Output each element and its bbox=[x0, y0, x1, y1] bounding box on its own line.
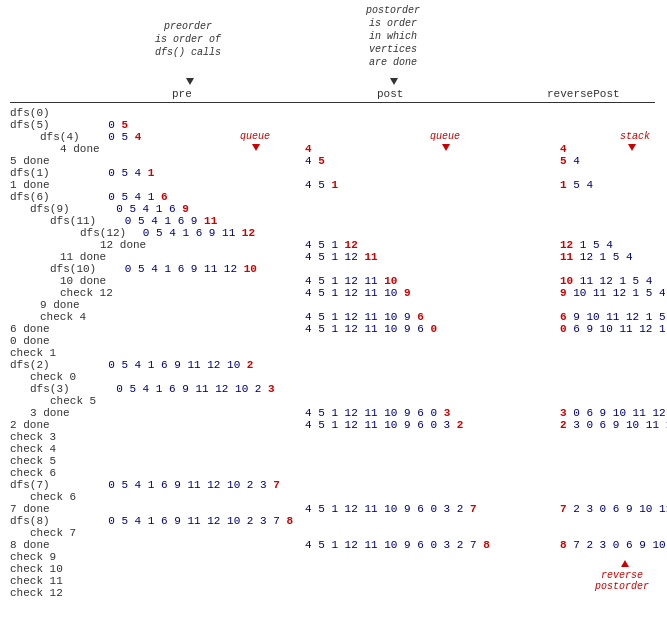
row-check5a: check 5 bbox=[10, 395, 96, 407]
row-check4a: check 4 4 5 1 12 11 10 9 6 6 9 10 11 12 … bbox=[10, 311, 86, 323]
row-12done: 12 done 4 5 1 12 12 1 5 4 bbox=[10, 239, 146, 251]
queue-note-1: queue bbox=[240, 131, 270, 142]
row-7done: 7 done 4 5 1 12 11 10 9 6 0 3 2 7 7 2 3 … bbox=[10, 503, 50, 515]
row-dfs6: dfs(6) 0 5 4 1 6 bbox=[10, 191, 168, 203]
row-dfs7: dfs(7) 0 5 4 1 6 9 11 12 10 2 3 7 bbox=[10, 479, 280, 491]
row-check1: check 1 bbox=[10, 347, 56, 359]
row-0done: 0 done bbox=[10, 335, 50, 347]
row-check10: check 10 bbox=[10, 563, 63, 575]
postorder-annotation: postorderis orderin whichverticesare don… bbox=[348, 4, 438, 69]
row-dfs1: dfs(1) 0 5 4 1 bbox=[10, 167, 154, 179]
row-check6: check 6 bbox=[10, 467, 56, 479]
row-check11: check 11 bbox=[10, 575, 63, 587]
row-11done: 11 done 4 5 1 12 11 11 12 1 5 4 bbox=[10, 251, 106, 263]
post-header: post bbox=[377, 88, 403, 100]
row-dfs9: dfs(9) 0 5 4 1 6 9 bbox=[10, 203, 189, 215]
reversepost-header: reversePost bbox=[547, 88, 620, 100]
row-8done: 8 done 4 5 1 12 11 10 9 6 0 3 2 7 8 8 7 … bbox=[10, 539, 50, 551]
row-check6b: check 6 bbox=[10, 491, 76, 503]
row-10done: 10 done 4 5 1 12 11 10 10 11 12 1 5 4 bbox=[10, 275, 106, 287]
row-dfs10: dfs(10) 0 5 4 1 6 9 11 12 10 bbox=[10, 263, 257, 275]
row-check3: check 3 bbox=[10, 431, 56, 443]
queue-note-post: queue bbox=[430, 131, 460, 142]
row-5done: 5 done 4 5 5 4 bbox=[10, 155, 50, 167]
row-check0: check 0 bbox=[10, 371, 76, 383]
preorder-annotation: preorderis order ofdfs() calls bbox=[148, 20, 228, 59]
row-check7: check 7 bbox=[10, 527, 76, 539]
row-dfs12: dfs(12) 0 5 4 1 6 9 11 12 bbox=[10, 227, 255, 239]
row-check5b: check 5 bbox=[10, 455, 56, 467]
row-dfs4: dfs(4) 0 5 4 bbox=[10, 131, 141, 143]
row-dfs3: dfs(3) 0 5 4 1 6 9 11 12 10 2 3 bbox=[10, 383, 275, 395]
row-6done: 6 done 4 5 1 12 11 10 9 6 0 0 6 9 10 11 … bbox=[10, 323, 50, 335]
row-dfs11: dfs(11) 0 5 4 1 6 9 11 bbox=[10, 215, 217, 227]
row-check9: check 9 bbox=[10, 551, 56, 563]
row-9done: 9 done bbox=[10, 299, 80, 311]
row-check12a: check 12 4 5 1 12 11 10 9 9 10 11 12 1 5… bbox=[10, 287, 113, 299]
row-2done: 2 done 4 5 1 12 11 10 9 6 0 3 2 2 3 0 6 … bbox=[10, 419, 50, 431]
main-container: preorderis order ofdfs() calls postorder… bbox=[0, 0, 667, 627]
stack-note: stack bbox=[620, 131, 650, 142]
pre-header: pre bbox=[172, 88, 192, 100]
row-check4b: check 4 bbox=[10, 443, 56, 455]
row-dfs5: dfs(5) 0 5 bbox=[10, 119, 128, 131]
row-1done: 1 done 4 5 1 1 5 4 bbox=[10, 179, 50, 191]
row-dfs8: dfs(8) 0 5 4 1 6 9 11 12 10 2 3 7 8 bbox=[10, 515, 293, 527]
row-3done: 3 done 4 5 1 12 11 10 9 6 0 3 3 0 6 9 10… bbox=[10, 407, 70, 419]
row-dfs2: dfs(2) 0 5 4 1 6 9 11 12 10 2 bbox=[10, 359, 253, 371]
row-dfs0: dfs(0) bbox=[10, 107, 50, 119]
row-4done: 4 done 4 4 bbox=[10, 143, 210, 155]
row-check12b: check 12 bbox=[10, 587, 63, 599]
reverse-postorder-annotation: reversepostorder bbox=[595, 570, 649, 592]
